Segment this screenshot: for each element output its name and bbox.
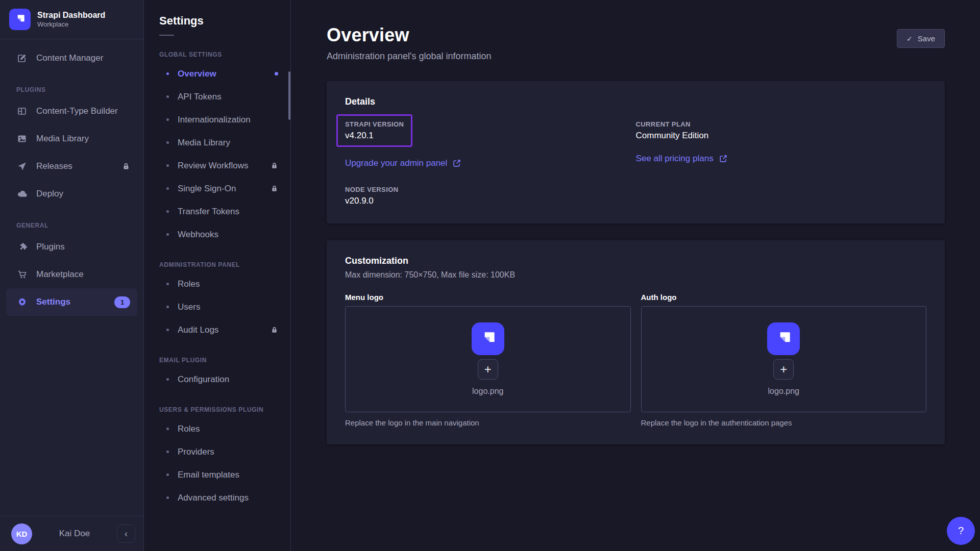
- settings-notification-badge: 1: [114, 296, 130, 308]
- current-plan-label: CURRENT PLAN: [636, 120, 927, 128]
- lock-icon: [271, 326, 278, 334]
- gear-icon: [16, 296, 28, 308]
- sidebar-item-releases[interactable]: Releases: [6, 153, 137, 180]
- subnav-item-internationalization[interactable]: Internationalization: [144, 108, 290, 131]
- sidebar-item-label: Deploy: [36, 189, 63, 199]
- menu-logo-caption: Replace the logo in the main navigation: [345, 418, 631, 427]
- pen-icon: [16, 53, 28, 64]
- subnav-item-label: Review Workflows: [178, 161, 249, 171]
- subnav-item-label: Internationalization: [178, 115, 251, 125]
- details-card: Details STRAPI VERSION v4.20.1 Upgrade y…: [327, 81, 945, 223]
- sidebar-section-general: GENERAL: [6, 222, 137, 229]
- subnav-scrollbar[interactable]: [288, 71, 290, 120]
- subnav-item-label: Roles: [178, 424, 200, 434]
- subnav-item-media-library[interactable]: Media Library: [144, 131, 290, 154]
- add-auth-logo-button[interactable]: +: [773, 359, 794, 380]
- pricing-link-label: See all pricing plans: [636, 154, 714, 164]
- save-button-label: Save: [918, 34, 935, 43]
- page-subtitle: Administration panel's global informatio…: [327, 51, 492, 62]
- lock-icon: [271, 185, 278, 192]
- user-name: Kai Doe: [32, 529, 117, 539]
- sidebar-item-label: Marketplace: [36, 269, 84, 280]
- workspace-subtitle: Workplace: [37, 20, 105, 29]
- settings-subnav: Settings GLOBAL SETTINGS Overview API To…: [144, 0, 291, 551]
- sidebar-nav: Content Manager PLUGINS Content-Type Bui…: [0, 39, 143, 516]
- subnav-item-label: Users: [178, 302, 200, 312]
- help-button[interactable]: ?: [947, 517, 975, 545]
- subnav-item-single-sign-on[interactable]: Single Sign-On: [144, 177, 290, 200]
- sidebar-item-label: Media Library: [36, 134, 89, 144]
- menu-logo-filename: logo.png: [472, 387, 503, 396]
- image-icon: [16, 133, 28, 144]
- bullet-icon: [166, 329, 169, 331]
- subnav-item-admin-roles[interactable]: Roles: [144, 272, 290, 295]
- subnav-item-providers[interactable]: Providers: [144, 440, 290, 463]
- sidebar-item-deploy[interactable]: Deploy: [6, 180, 137, 208]
- strapi-logo-preview-icon: [472, 322, 504, 355]
- bullet-icon: [166, 428, 169, 430]
- auth-logo-field: Auth logo + logo.png Replace the logo in…: [641, 293, 927, 427]
- avatar[interactable]: KD: [11, 523, 32, 544]
- sidebar-item-settings[interactable]: Settings 1: [6, 288, 137, 316]
- auth-logo-label: Auth logo: [641, 293, 927, 302]
- page-title: Overview: [327, 24, 492, 46]
- subnav-item-configuration[interactable]: Configuration: [144, 368, 290, 391]
- subnav-item-overview[interactable]: Overview: [144, 62, 290, 85]
- question-mark-icon: ?: [958, 525, 964, 537]
- subnav-item-label: Configuration: [178, 374, 229, 385]
- page-header: Overview Administration panel's global i…: [327, 24, 945, 62]
- current-plan-value: Community Edition: [636, 131, 927, 141]
- subnav-item-transfer-tokens[interactable]: Transfer Tokens: [144, 200, 290, 223]
- subnav-item-api-tokens[interactable]: API Tokens: [144, 85, 290, 108]
- pricing-plans-link[interactable]: See all pricing plans: [636, 154, 927, 164]
- user-bar: KD Kai Doe ‹: [0, 516, 143, 551]
- menu-logo-upload-zone[interactable]: + logo.png: [345, 306, 631, 412]
- bullet-icon: [166, 210, 169, 213]
- check-icon: ✓: [906, 35, 913, 43]
- bullet-icon: [166, 72, 169, 75]
- collapse-sidebar-button[interactable]: ‹: [117, 524, 135, 543]
- bullet-icon: [166, 118, 169, 121]
- subnav-item-label: Media Library: [178, 138, 230, 148]
- plus-icon: +: [780, 363, 787, 375]
- save-button[interactable]: ✓ Save: [897, 29, 945, 48]
- auth-logo-filename: logo.png: [768, 387, 799, 396]
- sidebar-item-plugins[interactable]: Plugins: [6, 233, 137, 261]
- customization-heading: Customization: [345, 256, 926, 266]
- notification-dot-icon: [275, 72, 278, 76]
- subnav-item-review-workflows[interactable]: Review Workflows: [144, 154, 290, 177]
- external-link-icon: [719, 154, 728, 163]
- subnav-item-up-roles[interactable]: Roles: [144, 417, 290, 440]
- subnav-item-admin-users[interactable]: Users: [144, 295, 290, 318]
- workspace-brand[interactable]: Strapi Dashboard Workplace: [0, 0, 143, 39]
- external-link-icon: [452, 159, 461, 168]
- cloud-icon: [16, 188, 28, 199]
- subnav-item-label: API Tokens: [178, 92, 222, 102]
- strapi-logo-icon: [9, 9, 31, 30]
- sidebar-item-marketplace[interactable]: Marketplace: [6, 261, 137, 288]
- menu-logo-field: Menu logo + logo.png Replace the logo in…: [345, 293, 631, 427]
- bullet-icon: [166, 473, 169, 476]
- subnav-section-global-settings: GLOBAL SETTINGS: [144, 51, 290, 58]
- workspace-title: Strapi Dashboard: [37, 10, 105, 20]
- add-menu-logo-button[interactable]: +: [478, 359, 498, 380]
- details-left-column: STRAPI VERSION v4.20.1 Upgrade your admi…: [345, 114, 636, 206]
- strapi-version-highlight-box: STRAPI VERSION v4.20.1: [336, 114, 412, 147]
- paper-plane-icon: [16, 161, 28, 172]
- sidebar-item-content-type-builder[interactable]: Content-Type Builder: [6, 97, 137, 125]
- subnav-item-email-templates[interactable]: Email templates: [144, 463, 290, 486]
- subnav-item-advanced-settings[interactable]: Advanced settings: [144, 486, 290, 509]
- sidebar-item-media-library[interactable]: Media Library: [6, 125, 137, 153]
- bullet-icon: [166, 283, 169, 285]
- subnav-section-administration-panel: ADMINISTRATION PANEL: [144, 261, 290, 268]
- menu-logo-label: Menu logo: [345, 293, 631, 302]
- bullet-icon: [166, 141, 169, 144]
- bullet-icon: [166, 187, 169, 190]
- upgrade-admin-panel-link[interactable]: Upgrade your admin panel: [345, 158, 636, 168]
- auth-logo-upload-zone[interactable]: + logo.png: [641, 306, 927, 412]
- subnav-item-webhooks[interactable]: Webhooks: [144, 223, 290, 246]
- subnav-item-label: Audit Logs: [178, 325, 218, 335]
- bullet-icon: [166, 233, 169, 236]
- sidebar-item-content-manager[interactable]: Content Manager: [6, 44, 137, 72]
- subnav-item-audit-logs[interactable]: Audit Logs: [144, 318, 290, 341]
